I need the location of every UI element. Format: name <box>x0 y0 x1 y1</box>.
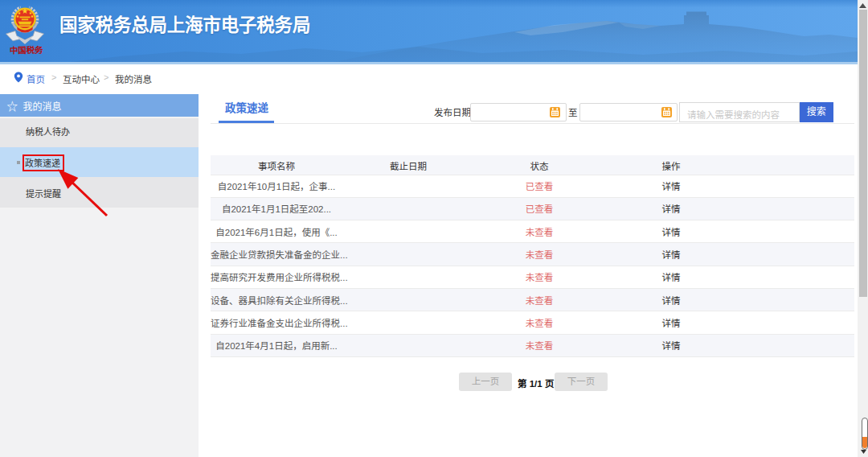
svg-text:★: ★ <box>16 14 19 19</box>
svg-text:★: ★ <box>31 14 34 19</box>
svg-text:★: ★ <box>22 6 28 14</box>
